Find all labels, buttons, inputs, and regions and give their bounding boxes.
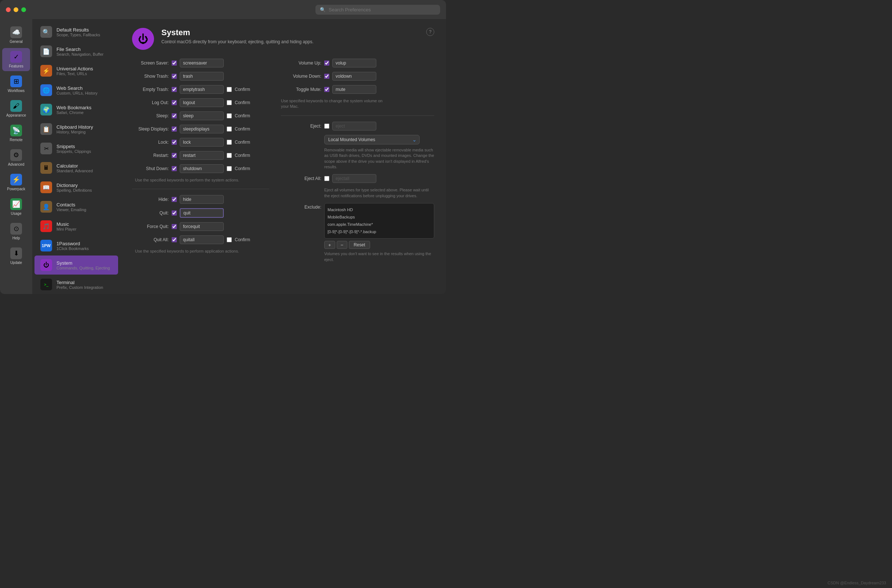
restart-input[interactable] — [180, 151, 224, 160]
help-button[interactable]: ? — [426, 28, 434, 36]
restart-label: Restart: — [132, 153, 169, 158]
ejectall-checkbox[interactable] — [324, 176, 329, 181]
feature-terminal[interactable]: >_ Terminal Prefix, Custom Integration — [35, 275, 118, 294]
minimize-button[interactable] — [14, 8, 18, 12]
feature-default-results[interactable]: 🔍 Default Results Scope, Types, Fallback… — [35, 22, 118, 41]
lock-checkbox[interactable] — [172, 140, 177, 145]
sleep-checkbox[interactable] — [172, 113, 177, 118]
restart-confirm-checkbox[interactable] — [227, 153, 232, 158]
sidebar-item-update[interactable]: ⬇ Update — [2, 244, 30, 268]
hide-input[interactable] — [180, 195, 224, 204]
sleep-confirm-label: Confirm — [235, 113, 250, 118]
feature-system[interactable]: ⏻ System Commands, Quitting, Ejecting — [35, 255, 118, 274]
sleepdisplays-row: Sleep Displays: Confirm — [132, 124, 269, 134]
quitall-input[interactable] — [180, 236, 224, 244]
feature-file-search[interactable]: 📄 File Search Search, Navigation, Buffer — [35, 42, 118, 61]
volumedown-input[interactable] — [332, 72, 376, 81]
emptytrash-confirm-checkbox[interactable] — [227, 87, 232, 92]
maximize-button[interactable] — [21, 8, 26, 12]
volumedown-label: Volume Down: — [281, 74, 321, 79]
screensaver-input[interactable] — [180, 58, 224, 68]
quit-label: Quit: — [132, 210, 169, 216]
togglemute-input[interactable] — [332, 85, 376, 94]
sidebar-item-help[interactable]: ⊙ Help — [2, 220, 30, 243]
volumeup-checkbox[interactable] — [324, 60, 329, 66]
exclude-add-button[interactable]: + — [324, 241, 335, 249]
logout-confirm-checkbox[interactable] — [227, 100, 232, 105]
1password-icon: 1PW — [41, 240, 52, 252]
sidebar-item-workflows[interactable]: ⊞ Workflows — [2, 73, 30, 96]
screensaver-checkbox[interactable] — [172, 60, 177, 66]
emptytrash-confirm-label: Confirm — [235, 87, 250, 92]
shutdown-checkbox[interactable] — [172, 166, 177, 171]
sidebar-item-powerpack[interactable]: ⚡ Powerpack — [2, 171, 30, 194]
sidebar-item-general[interactable]: ☁️ General — [2, 24, 30, 46]
quitall-confirm-checkbox[interactable] — [227, 237, 232, 242]
forcequit-checkbox[interactable] — [172, 224, 177, 229]
close-button[interactable] — [6, 8, 11, 12]
exclude-remove-button[interactable]: − — [337, 241, 348, 249]
sleepdisplays-input[interactable] — [180, 124, 224, 134]
panel-header: ⏻ System Control macOS directly from you… — [132, 28, 434, 50]
sidebar-item-usage[interactable]: 📈 Usage — [2, 195, 30, 219]
sleepdisplays-confirm-checkbox[interactable] — [227, 126, 232, 132]
quitall-confirm-label: Confirm — [235, 237, 250, 242]
ejectall-input[interactable] — [332, 174, 376, 183]
volumeup-label: Volume Up: — [281, 60, 321, 66]
restart-checkbox[interactable] — [172, 153, 177, 158]
togglemute-checkbox[interactable] — [324, 87, 329, 92]
sidebar-item-remote[interactable]: 📡 Remote — [2, 122, 30, 145]
search-input[interactable] — [329, 7, 436, 12]
quitall-checkbox[interactable] — [172, 237, 177, 242]
lock-confirm-checkbox[interactable] — [227, 140, 232, 145]
right-column: Volume Up: Volume Down: Toggle Mute: — [281, 58, 434, 262]
quit-input[interactable] — [180, 208, 224, 218]
feature-universal-actions[interactable]: ⚡ Universal Actions Files, Text, URLs — [35, 61, 118, 80]
feature-name: File Search — [57, 46, 104, 52]
screensaver-label: Screen Saver: — [132, 60, 169, 66]
volumedown-checkbox[interactable] — [324, 74, 329, 79]
sidebar-item-appearance[interactable]: 🖌 Appearance — [2, 97, 30, 120]
forcequit-input[interactable] — [180, 222, 224, 231]
feature-web-search[interactable]: 🌐 Web Search Custom, URLs, History — [35, 81, 118, 100]
lock-input[interactable] — [180, 138, 224, 147]
emptytrash-input[interactable] — [180, 85, 224, 94]
sleepdisplays-checkbox[interactable] — [172, 126, 177, 132]
volume-hint: Use specified keywords to change the sys… — [281, 98, 391, 110]
help-label: Help — [12, 236, 20, 240]
shutdown-confirm-checkbox[interactable] — [227, 166, 232, 171]
file-search-icon: 📄 — [41, 45, 52, 57]
exclude-reset-button[interactable]: Reset — [349, 241, 370, 249]
help-icon: ⊙ — [10, 223, 22, 235]
logout-checkbox[interactable] — [172, 100, 177, 105]
sleep-input[interactable] — [180, 111, 224, 120]
feature-name: 1Password — [57, 241, 89, 246]
feature-clipboard[interactable]: 📋 Clipboard History History, Merging — [35, 120, 118, 139]
update-icon: ⬇ — [10, 248, 22, 259]
sleep-confirm-checkbox[interactable] — [227, 113, 232, 118]
sidebar-item-advanced[interactable]: ⚙ Advanced — [2, 146, 30, 170]
feature-web-bookmarks[interactable]: 🌍 Web Bookmarks Safari, Chrome — [35, 100, 118, 119]
logout-input[interactable] — [180, 98, 224, 107]
showtrash-input[interactable] — [180, 72, 224, 81]
quit-checkbox[interactable] — [172, 210, 177, 216]
feature-music[interactable]: 🎵 Music Mini Player — [35, 217, 118, 236]
feature-dictionary[interactable]: 📖 Dictionary Spelling, Definitions — [35, 178, 118, 197]
eject-checkbox[interactable] — [324, 123, 329, 129]
eject-scope-select[interactable]: Local Mounted Volumes All Mounted Volume… — [324, 135, 420, 144]
feature-snippets[interactable]: ✂ Snippets Snippets, Clippings — [35, 139, 118, 158]
search-bar[interactable]: 🔍 — [315, 5, 440, 15]
feature-calculator[interactable]: 🖩 Calculator Standard, Advanced — [35, 158, 118, 177]
shutdown-input[interactable] — [180, 164, 224, 173]
volumeup-input[interactable] — [332, 58, 376, 68]
sidebar-item-features[interactable]: ✓ Features — [2, 48, 30, 71]
feature-name: Universal Actions — [57, 66, 93, 72]
lock-confirm-label: Confirm — [235, 140, 250, 145]
feature-1password[interactable]: 1PW 1Password 1Click Bookmarks — [35, 236, 118, 255]
hide-checkbox[interactable] — [172, 197, 177, 202]
showtrash-checkbox[interactable] — [172, 74, 177, 79]
feature-contacts[interactable]: 👤 Contacts Viewer, Emailing — [35, 197, 118, 216]
eject-input[interactable] — [332, 122, 376, 130]
eject-hint: Removable media will show ejectable remo… — [324, 147, 434, 170]
emptytrash-checkbox[interactable] — [172, 87, 177, 92]
